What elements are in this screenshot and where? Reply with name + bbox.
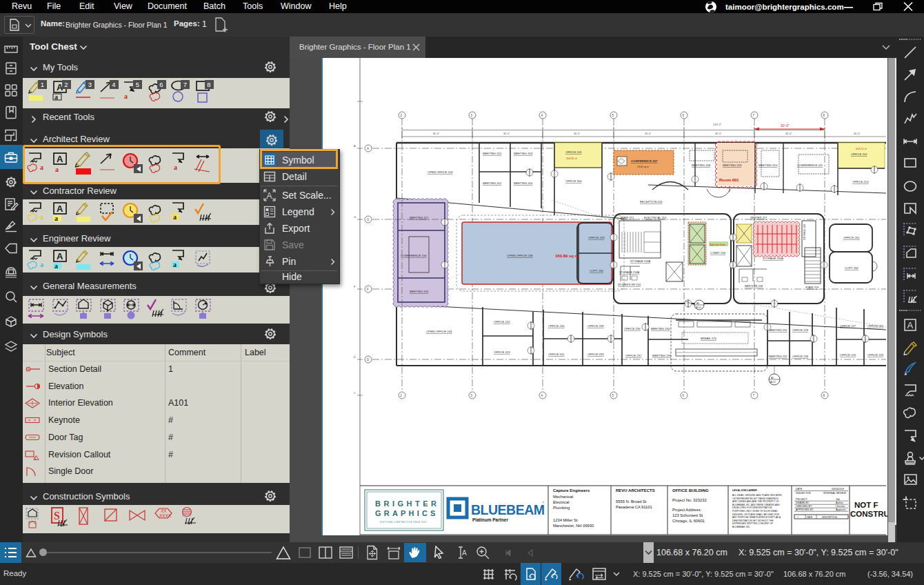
svg-text:MEETING 210: MEETING 210: [759, 163, 778, 167]
svg-text:ISSUED FOR: ISSUED FOR: [796, 492, 811, 495]
svg-text:MEETING 247: MEETING 247: [410, 216, 429, 219]
svg-text:Capture Engineers: Capture Engineers: [553, 488, 590, 493]
svg-text:DATE: DATE: [796, 488, 803, 490]
svg-text:MEETING 232: MEETING 232: [769, 355, 787, 358]
svg-text:A: A: [907, 320, 914, 330]
svg-text:DESCRIPTION: DESCRIPTION: [822, 516, 837, 519]
svg-text:Manchester, NH 06930: Manchester, NH 06930: [553, 524, 594, 528]
svg-text:1234 Miller St.: 1234 Miller St.: [553, 518, 579, 522]
svg-text:BLUEBEAM: BLUEBEAM: [471, 502, 545, 517]
svg-text:30'-0": 30'-0": [715, 132, 722, 135]
svg-text:WOMEN'S RR 254: WOMEN'S RR 254: [618, 283, 641, 286]
svg-text:COPY 262: COPY 262: [845, 266, 859, 270]
svg-text:ARE OWNED AND ARE THE PROPERTY: ARE OWNED AND ARE THE PROPERTY OF: [732, 500, 779, 503]
svg-text:EXPRESSED WRITTEN CONCENT OF: EXPRESSED WRITTEN CONCENT OF: [732, 522, 773, 525]
svg-text:A6.01: A6.01: [696, 306, 701, 309]
svg-text:8: 8: [823, 114, 825, 117]
svg-text:123 Schonsett St: 123 Schonsett St: [672, 513, 703, 517]
svg-text:COPY 250: COPY 250: [590, 269, 604, 272]
svg-text:a: a: [173, 261, 177, 268]
svg-text:OFFICE 249: OFFICE 249: [588, 236, 605, 239]
svg-text:Pasadena CA 91101: Pasadena CA 91101: [616, 505, 652, 509]
svg-text:SERVER 257: SERVER 257: [750, 216, 767, 219]
svg-text:7: 7: [753, 394, 755, 397]
svg-text:Split into three: Split into three: [710, 244, 725, 246]
svg-text:STORAGE 254A: STORAGE 254A: [619, 270, 640, 274]
svg-text:a: a: [40, 261, 43, 268]
svg-text:DATE: DATE: [807, 516, 812, 519]
svg-text:MEETING 209: MEETING 209: [723, 163, 742, 167]
svg-text:Job: Job: [836, 498, 840, 501]
svg-text:BREAK 223: BREAK 223: [701, 337, 717, 340]
svg-text:OFFICE 241: OFFICE 241: [548, 353, 565, 356]
svg-text:A5: A5: [771, 377, 774, 379]
svg-text:OPEN OFFICE 248: OPEN OFFICE 248: [507, 254, 533, 257]
svg-text:A: A: [267, 191, 272, 201]
svg-text:a: a: [54, 215, 58, 222]
svg-text:OPEN OFFICE 244: OPEN OFFICE 244: [426, 330, 452, 333]
svg-text:ELECTRICAL 253: ELECTRICAL 253: [644, 216, 667, 219]
svg-text:A: A: [354, 144, 356, 148]
svg-text:CONFERENCE 207: CONFERENCE 207: [631, 159, 658, 163]
svg-text:F: F: [354, 285, 356, 288]
svg-text:MEETING 201: MEETING 201: [483, 152, 502, 155]
svg-text:XX: XX: [161, 508, 167, 513]
svg-text:OFFICE 243: OFFICE 243: [494, 350, 510, 354]
svg-text:D: D: [367, 358, 370, 361]
svg-text:#: #: [797, 516, 799, 519]
svg-text:G: G: [367, 218, 370, 221]
svg-text:OFFICE 226: OFFICE 226: [867, 353, 884, 357]
svg-text:OFFICE 240: OFFICE 240: [548, 324, 565, 328]
svg-text:A: A: [57, 251, 63, 261]
svg-text:CHECKED BY: CHECKED BY: [796, 505, 812, 508]
svg-text:5: 5: [612, 114, 614, 117]
svg-text:C: C: [354, 391, 356, 395]
svg-text:STORAGE 253A: STORAGE 253A: [630, 259, 651, 263]
svg-text:F: F: [367, 288, 369, 291]
svg-text:6: 6: [683, 114, 685, 117]
svg-text:Room 001: Room 001: [719, 178, 739, 182]
svg-text:a: a: [124, 92, 128, 100]
svg-text:XXXX: XXXX: [159, 513, 172, 518]
svg-text:MEETING 203: MEETING 203: [514, 152, 533, 155]
svg-text:NOT F: NOT F: [854, 501, 878, 509]
svg-text:CONFERENCE 211: CONFERENCE 211: [797, 163, 823, 167]
svg-text:MEN'S RR 258: MEN'S RR 258: [745, 284, 763, 288]
svg-text:30'-0": 30'-0": [503, 132, 510, 135]
svg-text:7: 7: [753, 114, 755, 117]
svg-text:a: a: [54, 262, 58, 270]
svg-text:OFFICE 229: OFFICE 229: [792, 328, 809, 332]
svg-text:8: 8: [823, 394, 825, 397]
svg-text:A: A: [367, 147, 369, 150]
svg-text:OFFICE 238: OFFICE 238: [587, 324, 604, 328]
svg-text:OFFICE 225: OFFICE 225: [867, 324, 884, 328]
svg-text:DIGITIZING CONSTRUCTION SINCE: DIGITIZING CONSTRUCTION SINCE 2002: [380, 521, 427, 524]
svg-text:OPEN OFFICE 200: OPEN OFFICE 200: [428, 170, 453, 174]
svg-text:PROJECT: PROJECT: [796, 498, 808, 501]
svg-text:OFFICE 261: OFFICE 261: [843, 236, 860, 239]
svg-text:DESIGNS, OR PLANS SHALL BE USE: DESIGNS, OR PLANS SHALL BE USED FOR: [732, 513, 779, 516]
svg-text:INTERNAL REVIEW: INTERNAL REVIEW: [823, 492, 846, 495]
svg-text:PURPOSES ONLY. NONE OF SUCH ID: PURPOSES ONLY. NONE OF SUCH IDEAS,: [732, 510, 778, 513]
svg-text:30'-0": 30'-0": [781, 123, 790, 128]
svg-text:OFFICE 306: OFFICE 306: [565, 179, 582, 183]
svg-text:DRAWN BY: DRAWN BY: [796, 502, 810, 504]
svg-text:CONSTRU: CONSTRU: [850, 510, 887, 518]
svg-text:LEGAL DISCLAIMER:: LEGAL DISCLAIMER:: [732, 489, 758, 492]
svg-text:OFFICE 237: OFFICE 237: [625, 354, 642, 357]
svg-text:Checker: Checker: [836, 505, 845, 508]
svg-text:OFFICE 242: OFFICE 242: [494, 320, 510, 324]
svg-text:A: A: [57, 204, 63, 214]
svg-text:Platinum Partner: Platinum Partner: [472, 517, 508, 522]
svg-text:5555 N. Broad St: 5555 N. Broad St: [616, 499, 647, 504]
svg-text:BLUEBEAM, INC.: BLUEBEAM, INC.: [732, 526, 750, 528]
svg-text:204.62 sf: 204.62 sf: [566, 157, 578, 160]
svg-text:03/04/2019: 03/04/2019: [832, 488, 844, 490]
svg-text:MEETING 202: MEETING 202: [483, 181, 502, 185]
svg-text:CONFERENCE 246: CONFERENCE 246: [401, 254, 427, 257]
svg-text:219'-2": 219'-2": [713, 123, 722, 126]
svg-text:30'-0": 30'-0": [785, 132, 792, 135]
svg-text:OFFICE 202: OFFICE 202: [851, 152, 867, 156]
svg-text:LOBBY 256: LOBBY 256: [710, 251, 726, 255]
svg-text:Project Address:: Project Address:: [672, 508, 702, 512]
